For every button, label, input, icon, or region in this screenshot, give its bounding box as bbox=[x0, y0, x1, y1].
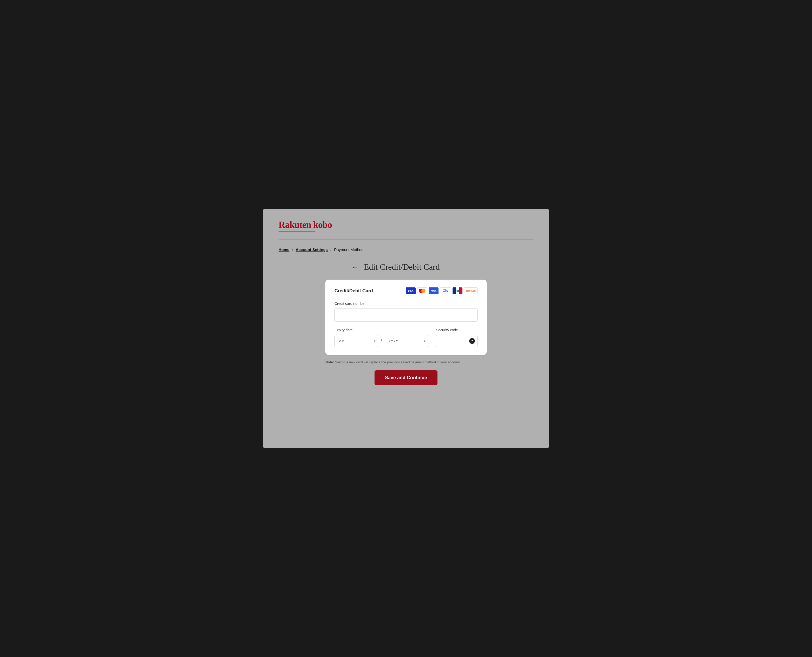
jcb-icon: JCB bbox=[453, 287, 462, 294]
cc-number-input[interactable] bbox=[334, 308, 478, 322]
mc-orange-circle bbox=[422, 289, 426, 293]
page-header: ← Edit Credit/Debit Card bbox=[284, 262, 528, 272]
visa-debit-icon: VISA DEBIT bbox=[440, 287, 451, 294]
logo-text: Rakuten kobo bbox=[278, 219, 534, 230]
logo: Rakuten kobo bbox=[278, 219, 534, 232]
back-arrow-icon[interactable]: ← bbox=[352, 263, 359, 271]
payment-icons: VISA AMEX VISA DEBIT JCB DISCOVER bbox=[406, 287, 478, 294]
breadcrumb-separator-1: / bbox=[292, 248, 293, 252]
month-select[interactable]: MM 010203 040506 070809 101112 bbox=[334, 335, 378, 347]
mastercard-icon bbox=[417, 287, 427, 294]
logo-underline bbox=[278, 231, 315, 232]
note-body: Saving a new card will replace the previ… bbox=[334, 360, 460, 364]
security-input-wrapper: ? bbox=[436, 335, 478, 347]
credit-card-form: Credit/Debit Card VISA AMEX VISA DEBIT bbox=[325, 280, 487, 355]
breadcrumb-account-settings[interactable]: Account Settings bbox=[296, 248, 328, 252]
expiry-section: Expiry date MM 010203 040506 070809 1011… bbox=[334, 328, 428, 347]
header-divider bbox=[278, 239, 534, 240]
year-select[interactable]: YYYY 202420252026 202720282029 203020312… bbox=[385, 335, 428, 347]
expiry-security-row: Expiry date MM 010203 040506 070809 1011… bbox=[334, 328, 478, 347]
save-continue-button[interactable]: Save and Continue bbox=[375, 371, 437, 385]
amex-icon: AMEX bbox=[429, 287, 439, 294]
breadcrumb-home[interactable]: Home bbox=[278, 248, 289, 252]
expiry-slash: / bbox=[380, 335, 383, 347]
visa-icon: VISA bbox=[406, 287, 415, 294]
expiry-inputs: MM 010203 040506 070809 101112 ▾ / YYY bbox=[334, 335, 428, 347]
security-help-icon[interactable]: ? bbox=[469, 338, 475, 344]
breadcrumb: Home / Account Settings / Payment Method bbox=[278, 248, 534, 252]
breadcrumb-current: Payment Method bbox=[334, 248, 363, 252]
cc-number-label: Credit card number bbox=[334, 302, 478, 306]
note-prefix: Note: bbox=[325, 360, 334, 364]
main-content: ← Edit Credit/Debit Card Credit/Debit Ca… bbox=[278, 262, 534, 385]
year-select-wrapper: YYYY 202420252026 202720282029 203020312… bbox=[385, 335, 428, 347]
note-text: Note: Saving a new card will replace the… bbox=[325, 360, 487, 364]
security-section: Security code ? bbox=[436, 328, 478, 347]
card-form-title: Credit/Debit Card bbox=[334, 288, 373, 294]
month-select-wrapper: MM 010203 040506 070809 101112 ▾ bbox=[334, 335, 378, 347]
page-container: Rakuten kobo Home / Account Settings / P… bbox=[263, 209, 549, 448]
security-label: Security code bbox=[436, 328, 478, 332]
card-header: Credit/Debit Card VISA AMEX VISA DEBIT bbox=[334, 287, 478, 294]
breadcrumb-separator-2: / bbox=[330, 248, 331, 252]
page-title: Edit Credit/Debit Card bbox=[364, 262, 440, 272]
discover-icon: DISCOVER bbox=[464, 287, 478, 294]
expiry-label: Expiry date bbox=[334, 328, 428, 332]
